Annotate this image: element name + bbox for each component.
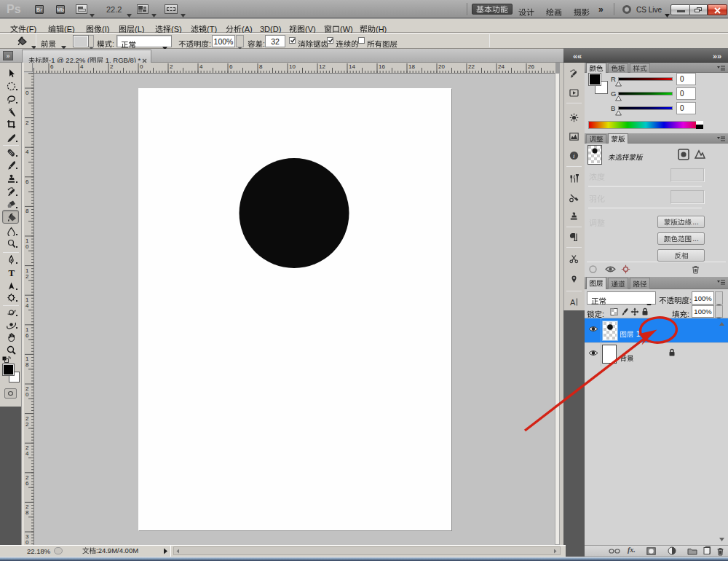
svg-text:6: 6 [50,63,54,70]
svg-text:4: 4 [25,302,29,309]
svg-text:2: 2 [110,63,114,70]
svg-text:24: 24 [498,63,505,70]
svg-text:0: 0 [140,63,143,70]
svg-text:0: 0 [25,243,29,250]
svg-text:4: 4 [199,63,203,70]
svg-text:16: 16 [379,63,385,70]
svg-text:8: 8 [259,63,263,70]
svg-text:6: 6 [25,178,29,185]
svg-text:2: 2 [170,63,173,70]
svg-text:2: 2 [25,119,29,126]
svg-text:18: 18 [408,63,415,70]
svg-text:6: 6 [229,63,233,70]
svg-text:2: 2 [25,421,29,428]
svg-text:4: 4 [25,450,29,457]
svg-text:8: 8 [25,509,29,516]
svg-text:22: 22 [468,63,475,70]
svg-text:2: 2 [25,273,29,280]
svg-text:6: 6 [25,332,29,339]
svg-text:8: 8 [25,361,29,368]
svg-text:0: 0 [25,391,29,398]
svg-text:T: T [9,267,15,277]
svg-text:20: 20 [438,63,445,70]
svg-text:0: 0 [25,539,29,545]
svg-text:14: 14 [349,63,355,70]
svg-text:4: 4 [80,63,84,70]
svg-text:6: 6 [25,480,29,487]
svg-text:12: 12 [319,63,325,70]
svg-text:8: 8 [25,208,29,214]
svg-text:10: 10 [289,63,296,70]
svg-text:0: 0 [25,90,29,96]
svg-text:26: 26 [528,63,534,70]
svg-text:4: 4 [25,149,29,155]
svg-text:A: A [570,298,576,307]
